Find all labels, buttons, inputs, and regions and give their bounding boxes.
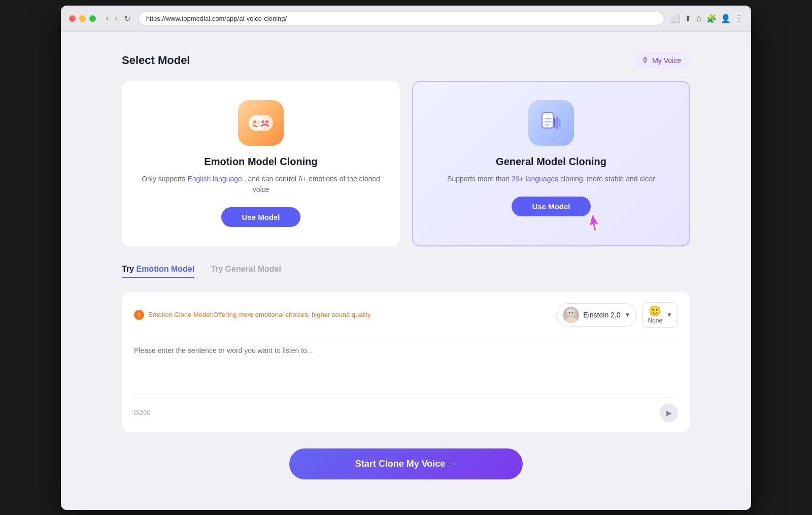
tab-general-model[interactable]: Try General Model	[211, 265, 281, 278]
browser-window: ‹ › ↻ https://www.topmediai.com/app/ai-v…	[61, 6, 751, 510]
svg-point-18	[572, 312, 573, 313]
voice-selector[interactable]: Einstein 2.0 ▼	[556, 303, 637, 327]
header-row: Select Model 🎙 My Voice	[122, 52, 690, 69]
emotion-chevron-icon: ▼	[666, 311, 672, 318]
svg-point-3	[257, 115, 273, 131]
svg-point-17	[569, 312, 570, 313]
emotion-card-title: Emotion Model Cloning	[204, 156, 317, 168]
emotion-model-card: Emotion Model Cloning Only supports Engl…	[122, 81, 400, 246]
page-content: Select Model 🎙 My Voice	[61, 32, 751, 510]
extensions-icon[interactable]: 🧩	[706, 14, 717, 23]
my-voice-icon: 🎙	[642, 56, 649, 65]
close-button[interactable]	[69, 15, 76, 22]
warning-text: Emotion Clone Model:Offering more emotio…	[148, 311, 370, 318]
general-card-desc: Supports more than 29+ languages cloning…	[447, 174, 655, 184]
start-btn-container: Start Clone My Voice →	[122, 448, 690, 479]
try-panel: ! Emotion Clone Model:Offering more emot…	[122, 292, 690, 432]
char-count: 0/200	[134, 409, 151, 416]
my-voice-label: My Voice	[652, 56, 681, 65]
bookmark-icon[interactable]: ☆	[695, 14, 702, 23]
browser-chrome: ‹ › ↻ https://www.topmediai.com/app/ai-v…	[61, 6, 751, 32]
menu-icon[interactable]: ⋮	[735, 14, 743, 23]
einstein-avatar	[563, 307, 579, 323]
browser-actions: ⬜ ⬆ ☆ 🧩 👤 ⋮	[670, 14, 743, 23]
voice-chevron-icon: ▼	[625, 311, 631, 318]
emotion-label: None	[648, 317, 662, 324]
maximize-button[interactable]	[89, 15, 96, 22]
my-voice-button[interactable]: 🎙 My Voice	[633, 52, 690, 69]
back-button[interactable]: ‹	[104, 13, 111, 24]
emotion-card-desc: Only supports English language , and can…	[139, 174, 383, 195]
svg-rect-6	[542, 113, 553, 128]
cursor-icon	[585, 212, 605, 237]
panel-warning: ! Emotion Clone Model:Offering more emot…	[134, 310, 370, 320]
minimize-button[interactable]	[79, 15, 86, 22]
svg-point-15	[567, 310, 574, 317]
panel-footer: 0/200 ▶	[134, 397, 678, 422]
svg-point-1	[253, 120, 256, 123]
nav-buttons: ‹ › ↻	[104, 13, 132, 24]
tab-general-label: Try General Model	[211, 265, 281, 273]
general-model-icon	[528, 100, 574, 146]
url-text: https://www.topmediai.com/app/ai-voice-c…	[146, 15, 287, 22]
play-button[interactable]: ▶	[660, 404, 678, 422]
tabs-row: Try Emotion Model Try General Model	[122, 265, 690, 278]
voice-name: Einstein 2.0	[583, 311, 620, 319]
general-icon-svg	[537, 109, 565, 137]
warning-icon: !	[134, 310, 144, 320]
profile-icon[interactable]: 👤	[721, 14, 731, 23]
try-section: ! Emotion Clone Model:Offering more emot…	[122, 292, 690, 432]
general-card-title: General Model Cloning	[496, 156, 606, 168]
page-title: Select Model	[122, 54, 190, 67]
panel-controls: Einstein 2.0 ▼ 🙂 None ▼	[556, 302, 678, 328]
general-model-card: General Model Cloning Supports more than…	[412, 81, 690, 246]
emotion-selector[interactable]: 🙂 None ▼	[642, 302, 678, 328]
start-clone-button[interactable]: Start Clone My Voice →	[289, 448, 523, 479]
text-area-wrapper	[134, 338, 678, 389]
model-cards: Emotion Model Cloning Only supports Engl…	[122, 81, 690, 246]
forward-button[interactable]: ›	[113, 13, 119, 24]
emotion-model-icon	[238, 100, 284, 146]
reload-button[interactable]: ↻	[122, 13, 132, 24]
traffic-lights	[69, 15, 96, 22]
text-input[interactable]	[134, 346, 678, 387]
emotion-use-model-button[interactable]: Use Model	[221, 207, 300, 227]
share-icon[interactable]: ⬆	[685, 14, 691, 23]
tab-emotion-model[interactable]: Try Emotion Model	[122, 265, 194, 278]
emotion-icon-svg	[246, 108, 276, 138]
svg-point-5	[265, 120, 268, 123]
svg-point-4	[261, 120, 264, 123]
address-bar[interactable]: https://www.topmediai.com/app/ai-voice-c…	[139, 12, 664, 25]
panel-header: ! Emotion Clone Model:Offering more emot…	[134, 302, 678, 328]
cast-icon[interactable]: ⬜	[670, 14, 681, 23]
voice-avatar	[563, 307, 579, 323]
general-use-model-button[interactable]: Use Model	[512, 197, 590, 216]
emotion-emoji: 🙂	[649, 306, 661, 316]
